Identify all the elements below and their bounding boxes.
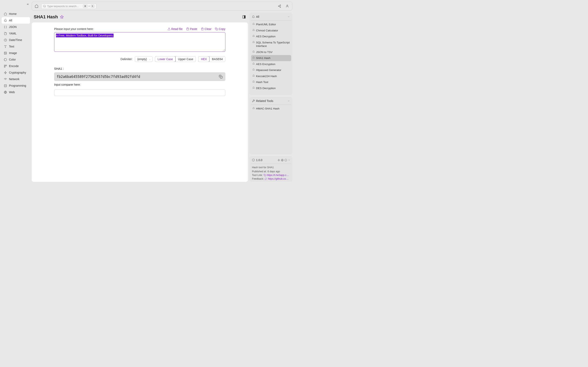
related-tools-header[interactable]: Related Tools bbox=[251, 99, 291, 105]
sidebar-item-all[interactable]: All bbox=[2, 17, 30, 24]
info-description: Hash tool for SHA1 bbox=[251, 166, 291, 169]
svg-point-2 bbox=[5, 52, 5, 53]
sidebar-item-label: JSON bbox=[9, 25, 17, 29]
bell-icon bbox=[252, 35, 255, 37]
feedback-link[interactable]: https://github.com/… bbox=[268, 177, 290, 180]
info-icon bbox=[252, 159, 255, 161]
sidebar-item-json[interactable]: JSON bbox=[2, 24, 30, 30]
page-title: SHA1 Hash bbox=[34, 14, 58, 20]
sidebar-item-label: Date/Time bbox=[9, 38, 22, 42]
check-icon[interactable] bbox=[285, 159, 287, 161]
lowercase-button[interactable]: Lower Case bbox=[155, 56, 176, 62]
tool-item[interactable]: PlantUML Editor bbox=[251, 21, 291, 27]
copy-output-button[interactable] bbox=[218, 75, 223, 79]
tool-item[interactable]: Keccak224 Hash bbox=[251, 73, 291, 79]
all-tools-header[interactable]: All bbox=[251, 14, 291, 21]
read-file-button[interactable]: Read file bbox=[168, 27, 182, 31]
paste-button[interactable]: Paste bbox=[186, 27, 197, 31]
bolt-icon bbox=[4, 71, 7, 74]
tool-item[interactable]: DES Decryption bbox=[251, 85, 291, 91]
uppercase-button[interactable]: Upper Case bbox=[175, 57, 196, 62]
tool-item[interactable]: Hash Tool bbox=[251, 79, 291, 85]
search-input[interactable] bbox=[47, 5, 82, 8]
main: ⌘ + K SHA1 Hash bbox=[32, 0, 294, 184]
favorite-button[interactable] bbox=[60, 15, 64, 19]
collapse-sidebar-button[interactable] bbox=[26, 3, 29, 6]
tool-link-line: Tool Link: https://t.he3app.co… bbox=[251, 173, 291, 176]
svg-rect-17 bbox=[187, 28, 188, 28]
sidebar-item-label: Encode bbox=[9, 64, 18, 68]
bolt-icon[interactable] bbox=[277, 159, 280, 161]
bell-icon bbox=[252, 75, 255, 77]
sidebar-item-label: Programming bbox=[9, 84, 26, 87]
svg-rect-18 bbox=[216, 29, 218, 30]
delimiter-select[interactable]: (empty) ⌄ bbox=[135, 56, 152, 62]
tool-list[interactable]: PlantUML Editor Chmod Calculator AES Dec… bbox=[251, 21, 291, 94]
chevron-down-icon bbox=[287, 16, 290, 18]
copy-button[interactable]: Copy bbox=[215, 27, 225, 31]
sidebar: Home All JSON YAML Date/Time Text bbox=[0, 0, 32, 184]
tool-item[interactable]: SQL Schema To TypeScript Interface bbox=[251, 40, 291, 49]
sidebar-item-programming[interactable]: Programming bbox=[2, 82, 30, 89]
tool-item[interactable]: Htpasswd Generator bbox=[251, 67, 291, 73]
sidebar-item-label: Cryptography bbox=[9, 71, 26, 74]
sidebar-item-text[interactable]: Text bbox=[2, 43, 30, 50]
base64-button[interactable]: BASE64 bbox=[209, 57, 225, 62]
bell-icon bbox=[4, 19, 7, 22]
published-line: Published at: 6 days ago bbox=[251, 169, 291, 173]
related-list: HMAC-SHA1 Hash bbox=[251, 106, 291, 153]
wrench-icon bbox=[252, 100, 255, 102]
message-icon[interactable] bbox=[265, 178, 267, 180]
sidebar-item-network[interactable]: Network bbox=[2, 76, 30, 82]
share-button[interactable] bbox=[277, 3, 282, 9]
home-button[interactable] bbox=[34, 3, 39, 9]
all-tools-section: All PlantUML Editor Chmod Calculator AES… bbox=[250, 13, 292, 95]
search-box[interactable]: ⌘ + K bbox=[41, 3, 96, 9]
sidebar-item-web[interactable]: Web bbox=[2, 89, 30, 95]
user-button[interactable] bbox=[285, 3, 290, 9]
sidebar-item-label: Web bbox=[9, 91, 15, 94]
chevron-down-icon[interactable] bbox=[288, 159, 290, 161]
sidebar-item-home[interactable]: Home bbox=[2, 11, 30, 17]
bell-icon bbox=[252, 107, 255, 109]
svg-rect-19 bbox=[220, 76, 222, 78]
options-row: Delimiter: (empty) ⌄ Lower Case Upper Ca… bbox=[54, 56, 225, 62]
tool-item[interactable]: AES Encryption bbox=[251, 61, 291, 67]
tool-item[interactable]: SHA1 Hash bbox=[251, 55, 291, 61]
tool-item[interactable]: HMAC-SHA1 Hash bbox=[251, 106, 291, 112]
clear-button[interactable]: Clear bbox=[201, 27, 211, 31]
sidebar-item-yaml[interactable]: YAML bbox=[2, 30, 30, 37]
clipboard-icon bbox=[186, 27, 189, 30]
sidebar-item-label: All bbox=[9, 19, 12, 22]
globe-icon[interactable] bbox=[281, 159, 284, 161]
sidebar-item-color[interactable]: Color bbox=[2, 56, 30, 63]
sidebar-item-datetime[interactable]: Date/Time bbox=[2, 37, 30, 43]
info-section: 1.0.0 Hash tool for SHA1 Published at: 6… bbox=[250, 156, 292, 182]
sidebar-item-cryptography[interactable]: Cryptography bbox=[2, 69, 30, 76]
hex-button[interactable]: HEX bbox=[198, 56, 209, 62]
palette-icon bbox=[4, 58, 7, 61]
resize-handle-icon[interactable] bbox=[223, 49, 225, 51]
chevron-down-icon: ⌄ bbox=[149, 58, 151, 60]
kbd-cmd: ⌘ bbox=[83, 4, 87, 8]
upload-icon bbox=[168, 27, 171, 30]
tool-item[interactable]: Chmod Calculator bbox=[251, 27, 291, 34]
sidebar-item-encode[interactable]: Encode bbox=[2, 63, 30, 69]
image-icon bbox=[4, 52, 7, 55]
compare-input[interactable] bbox=[54, 90, 225, 96]
sidebar-item-label: Text bbox=[9, 45, 14, 48]
trash-icon bbox=[201, 27, 204, 30]
tool-item[interactable]: AES Decryption bbox=[251, 33, 291, 40]
tool-link[interactable]: https://t.he3app.co… bbox=[267, 174, 290, 176]
tool-item[interactable]: JSON to TSV bbox=[251, 49, 291, 55]
content-textarea[interactable]: A Free, Modern Toolbox, Built for Develo… bbox=[54, 32, 225, 52]
toggle-panel-button[interactable] bbox=[242, 15, 246, 19]
textarea-value: A Free, Modern Toolbox, Built for Develo… bbox=[56, 34, 113, 37]
sidebar-item-image[interactable]: Image bbox=[2, 50, 30, 56]
copy-link-icon[interactable] bbox=[264, 174, 266, 176]
svg-rect-6 bbox=[4, 66, 5, 67]
svg-point-12 bbox=[280, 7, 281, 8]
search-shortcut: ⌘ + K bbox=[83, 4, 95, 8]
svg-point-10 bbox=[280, 5, 281, 6]
svg-rect-5 bbox=[6, 65, 6, 66]
